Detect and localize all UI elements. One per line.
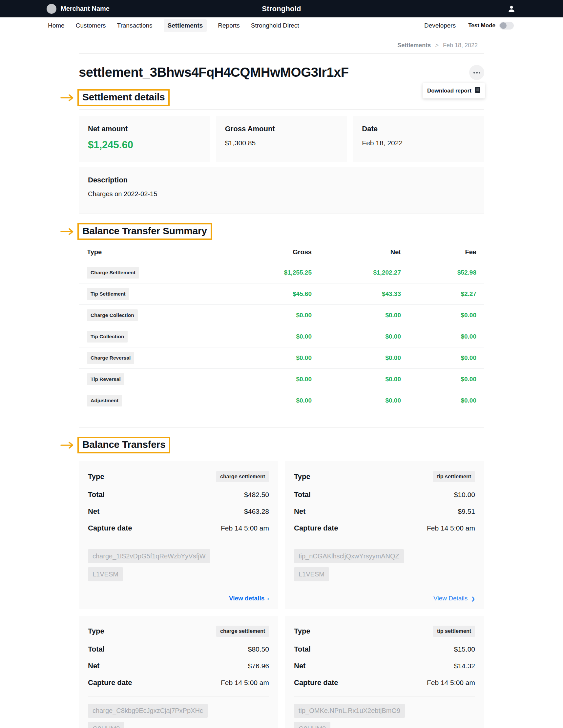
more-options-button[interactable] bbox=[469, 65, 484, 80]
transfer-card: Typecharge settlement Total$80.50 Net$76… bbox=[79, 616, 278, 728]
summary-section-heading: Balance Transfer Summary bbox=[79, 223, 484, 240]
section-divider bbox=[79, 109, 484, 110]
annotation-arrow-icon bbox=[60, 94, 75, 102]
total-value: $80.50 bbox=[248, 645, 269, 653]
fee-value: $0.00 bbox=[401, 376, 476, 383]
top-bar: Merchant Name Stronghold bbox=[0, 0, 563, 17]
breadcrumb-settlements-link[interactable]: Settlements bbox=[397, 42, 431, 49]
gross-amount-label: Gross Amount bbox=[225, 125, 338, 133]
net-amount-value: $1,245.60 bbox=[88, 139, 201, 151]
description-label: Description bbox=[88, 176, 475, 184]
view-details-link[interactable]: View Details❯ bbox=[433, 595, 475, 602]
table-row: Tip Settlement $45.60 $43.33 $2.27 bbox=[79, 283, 484, 305]
fee-value: $0.00 bbox=[401, 333, 476, 340]
type-badge: charge settlement bbox=[216, 471, 269, 482]
annotation-box: Settlement details bbox=[77, 89, 170, 106]
user-icon bbox=[507, 9, 516, 14]
type-badge: Charge Collection bbox=[87, 309, 138, 321]
capture-date-value: Feb 14 5:00 am bbox=[221, 679, 269, 687]
ellipsis-icon bbox=[473, 72, 475, 73]
chevron-right-icon: › bbox=[267, 595, 269, 602]
user-menu-button[interactable] bbox=[507, 5, 516, 13]
annotation-arrow-icon bbox=[60, 441, 75, 449]
gross-value: $0.00 bbox=[246, 376, 312, 383]
description-value: Charges on 2022-02-15 bbox=[88, 190, 475, 198]
net-label: Net bbox=[88, 507, 99, 516]
type-label: Type bbox=[88, 472, 104, 481]
total-value: $10.00 bbox=[454, 491, 475, 499]
transfer-id-chip: charge_C8kbg9EcJgxzCjaj7PxPpXHc bbox=[88, 704, 208, 718]
nav-item-customers[interactable]: Customers bbox=[76, 22, 106, 29]
type-label: Type bbox=[88, 627, 104, 635]
nav-item-settlements[interactable]: Settlements bbox=[164, 19, 207, 32]
date-label: Date bbox=[362, 125, 475, 133]
brand-logo: Stronghold bbox=[0, 5, 563, 13]
breadcrumb: Settlements > Feb 18, 2022 bbox=[79, 34, 484, 53]
type-badge: Tip Reversal bbox=[87, 373, 124, 385]
transfer-card: Typetip settlement Total$15.00 Net$14.32… bbox=[285, 616, 484, 728]
nav-item-home[interactable]: Home bbox=[48, 22, 65, 29]
breadcrumb-current: Feb 18, 2022 bbox=[443, 42, 478, 49]
net-value: $76.96 bbox=[248, 662, 269, 670]
type-label: Type bbox=[294, 472, 310, 481]
nav-item-transactions[interactable]: Transactions bbox=[117, 22, 153, 29]
table-row: Charge Collection $0.00 $0.00 $0.00 bbox=[79, 305, 484, 326]
fee-value: $0.00 bbox=[401, 354, 476, 362]
net-value: $43.33 bbox=[312, 290, 401, 298]
type-badge: Charge Settlement bbox=[87, 267, 139, 279]
transfers-heading: Balance Transfers bbox=[82, 439, 165, 450]
type-label: Type bbox=[294, 627, 310, 635]
table-row: Tip Collection $0.00 $0.00 $0.00 bbox=[79, 326, 484, 347]
gross-value: $1,255.25 bbox=[246, 269, 312, 276]
date-value: Feb 18, 2022 bbox=[362, 139, 475, 147]
breadcrumb-separator: > bbox=[435, 42, 439, 49]
fee-value: $52.98 bbox=[401, 269, 476, 276]
total-label: Total bbox=[294, 645, 311, 654]
view-details-link[interactable]: View details› bbox=[229, 595, 269, 602]
main-nav: Home Customers Transactions Settlements … bbox=[0, 17, 563, 34]
transfer-code-chip: G8HUM9 bbox=[88, 722, 124, 728]
net-value: $0.00 bbox=[312, 376, 401, 383]
type-badge: tip settlement bbox=[433, 471, 475, 482]
annotation-box: Balance Transfers bbox=[77, 437, 170, 453]
type-badge: tip settlement bbox=[433, 626, 475, 637]
gross-value: $45.60 bbox=[246, 290, 312, 298]
table-row: Tip Reversal $0.00 $0.00 $0.00 bbox=[79, 369, 484, 390]
total-label: Total bbox=[88, 490, 105, 499]
section-divider bbox=[79, 214, 484, 214]
toggle-knob bbox=[500, 22, 507, 29]
gross-value: $0.00 bbox=[246, 397, 312, 404]
gross-amount-card: Gross Amount $1,300.85 bbox=[216, 116, 347, 162]
net-value: $9.51 bbox=[458, 508, 475, 515]
annotation-box: Balance Transfer Summary bbox=[77, 223, 212, 240]
content: Settlements > Feb 18, 2022 settlement_3B… bbox=[79, 34, 484, 728]
settlement-details-heading: Settlement details bbox=[82, 92, 165, 103]
gross-value: $0.00 bbox=[246, 333, 312, 340]
transfers-section-heading: Balance Transfers bbox=[79, 437, 484, 453]
summary-heading: Balance Transfer Summary bbox=[82, 225, 207, 237]
description-card: Description Charges on 2022-02-15 bbox=[79, 167, 484, 214]
balance-transfers-grid: Typecharge settlement Total$482.50 Net$4… bbox=[79, 461, 484, 728]
capture-date-label: Capture date bbox=[294, 524, 338, 532]
nav-item-reports[interactable]: Reports bbox=[218, 22, 240, 29]
transfer-id-chip: tip_OMKe.NPnL.Rx1uX2ebtjBmO9 bbox=[294, 704, 405, 718]
settlement-details-section-heading: Settlement details bbox=[79, 89, 484, 106]
gross-value: $0.00 bbox=[246, 354, 312, 362]
transfer-id-chip: charge_1IS2vDpG5f1qReWzbYyVsfjW bbox=[88, 549, 210, 563]
total-label: Total bbox=[88, 645, 105, 654]
nav-item-stronghold-direct[interactable]: Stronghold Direct bbox=[251, 22, 299, 29]
gross-value: $0.00 bbox=[246, 312, 312, 319]
test-mode-label: Test Mode bbox=[468, 22, 495, 29]
col-net: Net bbox=[312, 248, 401, 256]
table-row: Charge Reversal $0.00 $0.00 $0.00 bbox=[79, 347, 484, 369]
transfer-code-chip: L1VESM bbox=[294, 567, 329, 581]
col-gross: Gross bbox=[246, 248, 312, 256]
capture-date-value: Feb 14 5:00 am bbox=[427, 524, 475, 532]
test-mode-toggle[interactable] bbox=[499, 22, 514, 30]
type-badge: Tip Settlement bbox=[87, 288, 129, 300]
settlement-stats: Net amount $1,245.60 Gross Amount $1,300… bbox=[79, 116, 484, 162]
section-divider bbox=[79, 427, 484, 427]
nav-item-developers[interactable]: Developers bbox=[424, 22, 456, 29]
net-label: Net bbox=[294, 507, 305, 516]
net-amount-label: Net amount bbox=[88, 125, 201, 133]
